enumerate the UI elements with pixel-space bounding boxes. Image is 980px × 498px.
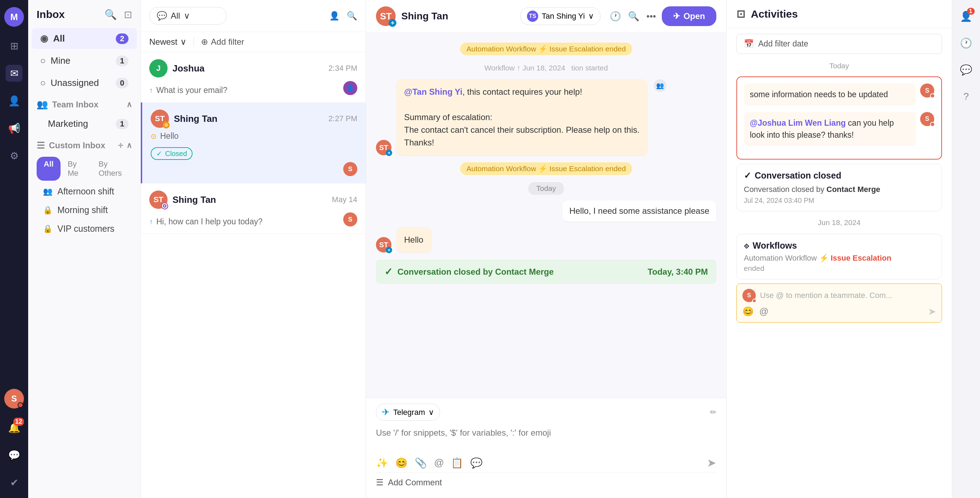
filter-plus-icon: ⊕ [201, 37, 208, 47]
activities-title: Activities [751, 8, 798, 20]
sort-button[interactable]: Newest ∨ [149, 37, 186, 47]
conversation-item-shing-tan-1[interactable]: ST ⊙ Shing Tan 2:27 PM ⊙ Hello ✓ Closed … [141, 102, 366, 184]
add-custom-inbox-button[interactable]: + [118, 140, 124, 151]
tab-by-me[interactable]: By Me [60, 157, 92, 181]
note-author-avatar-2: S [920, 112, 934, 126]
assignee-avatar: TS [527, 11, 538, 22]
search-conversations-icon[interactable]: 🔍 [347, 11, 357, 21]
workflow-auto-text: Automation Workflow [744, 254, 819, 262]
closed-by-text: Conversation closed by [744, 185, 827, 194]
edit-message-icon[interactable]: ✏ [710, 408, 716, 417]
dashboard-icon[interactable]: ⊞ [6, 37, 22, 54]
emoji-icon[interactable]: 😊 [395, 457, 407, 469]
vip-customers-label: VIP customers [57, 223, 115, 234]
shing-tan-avatar-2: ST ⊙ [149, 190, 167, 209]
sidebar-item-vip-customers[interactable]: 🔒 VIP customers [28, 219, 140, 238]
contacts-icon[interactable]: 👤 [6, 92, 22, 109]
agent-filter-icon[interactable]: 👤 [329, 11, 340, 21]
custom-inbox-section[interactable]: ☰ Custom Inbox + ∧ [28, 135, 140, 154]
sidebar-item-unassigned[interactable]: ○ Unassigned 0 [32, 73, 137, 93]
inbox-icon[interactable]: ✉ [6, 65, 22, 82]
check-circle-icon: ✓ [744, 171, 751, 181]
telegram-channel-selector[interactable]: ✈ Telegram ∨ [376, 404, 440, 421]
at-mention-icon[interactable]: @ [759, 306, 768, 317]
sidebar-item-marketing[interactable]: Marketing 1 [32, 113, 137, 134]
closed-time: Today, 3:40 PM [648, 267, 708, 277]
tab-all[interactable]: All [37, 157, 60, 181]
search-chat-icon[interactable]: 🔍 [628, 11, 639, 22]
closed-title-text: Conversation closed [755, 171, 841, 181]
assignee-selector[interactable]: TS Tan Shing Yi ∨ [520, 7, 601, 25]
online-dot-2 [930, 122, 935, 127]
notifications-icon[interactable]: 🔔 12 [6, 419, 22, 436]
custom-inbox-label: Custom Inbox [49, 140, 118, 150]
left-rail: M ⊞ ✉ 👤 📢 ⚙ S 🔔 12 💬 ✔ [0, 0, 28, 498]
profile-panel-icon[interactable]: 👤 1 [957, 7, 975, 26]
more-options-icon[interactable]: ••• [646, 11, 656, 22]
joshua-preview: ↑ What is your email? [149, 86, 228, 95]
outgoing-message-1: Hello, I need some assistance please [562, 200, 716, 222]
closed-card-body: Conversation closed by Contact Merge [744, 184, 935, 195]
support-icon[interactable]: 💬 [6, 447, 22, 463]
add-comment-button[interactable]: ☰ Add Comment [376, 472, 716, 492]
check-icon[interactable]: ✔ [6, 474, 22, 491]
jun-18-date-label: Jun 18, 2024 [737, 215, 942, 230]
date-divider-today: Today [376, 182, 716, 195]
sidebar-item-morning-shift[interactable]: 🔒 Morning shift [28, 201, 140, 219]
incoming-msg-avatar: ST ✈ [376, 140, 391, 155]
note-author-avatar-1: S [920, 83, 934, 97]
sidebar-item-all[interactable]: ◉ All 2 [32, 28, 137, 49]
current-user-avatar[interactable]: S [4, 389, 24, 409]
workflow-issue-text: Issue Escalation [831, 254, 891, 262]
workflows-title-text: Workflows [752, 241, 797, 251]
sort-label: Newest [149, 37, 177, 47]
chat-panel-icon[interactable]: 💬 [957, 61, 975, 79]
channel-chevron: ∨ [428, 408, 434, 417]
note-text-2: @Joshua Lim Wen Liang can you help look … [744, 112, 916, 146]
conversation-item-joshua[interactable]: J Joshua 2:34 PM ↑ What is your email? 👤 [141, 52, 366, 102]
audio-icon[interactable]: 💬 [470, 457, 483, 469]
send-button[interactable]: ➤ [707, 456, 716, 469]
mention-user-avatar: S [742, 289, 756, 302]
user-initial-avatar: M [4, 7, 24, 27]
filter-date-button[interactable]: 📅 Add filter date [737, 34, 942, 54]
team-inbox-chevron: ∧ [126, 100, 132, 109]
mention-text: @Tan Shing Yi [404, 87, 463, 96]
emoji-mention-icon[interactable]: 😊 [742, 306, 754, 317]
message-input[interactable] [376, 425, 716, 450]
broadcast-icon[interactable]: 📢 [6, 120, 22, 137]
comment-icon: ☰ [376, 477, 384, 487]
filter-icon[interactable]: ⊡ [124, 9, 132, 21]
integrations-icon[interactable]: ⚙ [6, 147, 22, 164]
activity-clock-icon[interactable]: 🕐 [957, 34, 975, 52]
conversation-closed-banner: ✓ Conversation closed by Contact Merge T… [376, 260, 716, 284]
sidebar-title: Inbox [37, 8, 65, 21]
tab-by-others[interactable]: By Others [92, 157, 132, 181]
filter-all-button[interactable]: 💬 All ∨ [149, 7, 227, 25]
status-label: Closed [165, 150, 187, 158]
sidebar-item-mine[interactable]: ○ Mine 1 [32, 50, 137, 71]
chat-toolbar: ✨ 😊 📎 @ 📋 💬 ➤ [376, 456, 716, 469]
workflows-body: Automation Workflow ⚡ Issue Escalation [744, 254, 935, 263]
conversation-status-closed: ✓ Closed [151, 147, 192, 160]
assignee-chevron: ∨ [588, 12, 594, 21]
open-conversation-button[interactable]: ✈ Open [662, 6, 716, 26]
unassigned-badge: 0 [116, 78, 129, 88]
closed-icon-text: ✓ Conversation closed by Contact Merge [384, 266, 554, 278]
add-filter-button[interactable]: ⊕ Add filter [201, 37, 244, 47]
afternoon-shift-icon: 👥 [43, 187, 52, 196]
template-icon[interactable]: 📋 [451, 457, 463, 469]
conv-list-header-icons: 👤 🔍 [329, 11, 357, 21]
help-panel-icon[interactable]: ? [957, 87, 975, 106]
sidebar-item-afternoon-shift[interactable]: 👥 Afternoon shift [28, 182, 140, 201]
conversation-item-shing-tan-2[interactable]: ST ⊙ Shing Tan May 14 ↑ Hi, how can I he… [141, 184, 366, 234]
team-inbox-section[interactable]: 👥 Team Inbox ∧ [28, 94, 140, 113]
magic-toolbar-icon[interactable]: ✨ [376, 457, 388, 469]
clock-header-icon[interactable]: 🕐 [610, 11, 621, 22]
attachment-icon[interactable]: 📎 [415, 457, 427, 469]
search-icon[interactable]: 🔍 [105, 9, 117, 21]
mention-icon[interactable]: @ [434, 457, 444, 468]
closed-card-date: Jul 24, 2024 03:40 PM [744, 196, 935, 204]
mention-input-placeholder[interactable]: Use @ to mention a teammate. Com... [760, 291, 936, 300]
mention-send-icon[interactable]: ➤ [928, 306, 936, 317]
